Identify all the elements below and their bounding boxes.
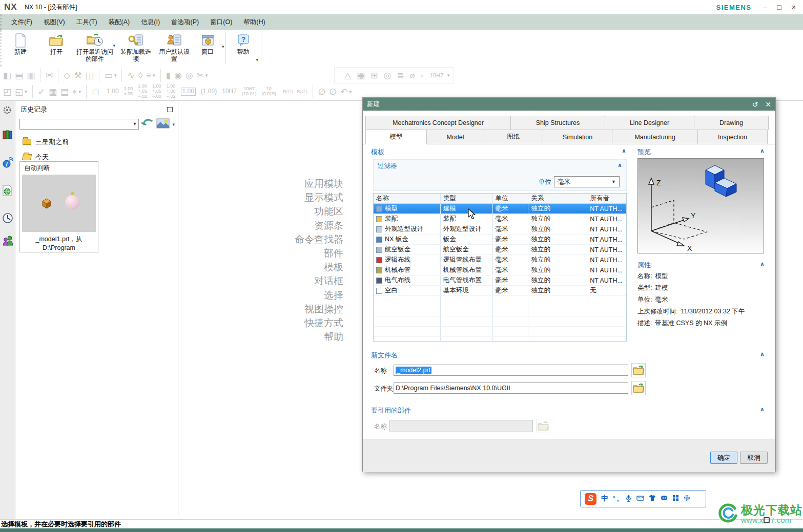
menu-item[interactable]: 帮助(H) <box>239 16 270 28</box>
toolbar-icon[interactable]: ◊ <box>138 71 142 80</box>
menu-item[interactable]: 窗口(O) <box>205 16 237 28</box>
tolerance-option[interactable]: 1.00 ±.05 <box>124 87 133 97</box>
keyboard-icon[interactable] <box>636 495 644 503</box>
grid-toolbox-icon[interactable] <box>672 495 679 503</box>
menu-item[interactable]: 文件(F) <box>7 16 37 28</box>
menu-item[interactable]: 视图(V) <box>39 16 70 28</box>
collapse-caret-icon[interactable]: ∧ <box>622 147 626 154</box>
toolbar-icon[interactable]: ▾ <box>114 73 117 78</box>
tolerance-option[interactable]: 1.00 +.05 −.02 <box>138 84 147 99</box>
toolbar-icon[interactable]: ◫ <box>86 71 94 80</box>
toolbar-icon[interactable] <box>32 85 33 98</box>
template-row[interactable]: 空白 基本环境 毫米 独立的 无 <box>374 286 626 296</box>
ime-mode-toggle[interactable]: 中 <box>601 494 608 503</box>
dialog-titlebar[interactable]: 新建 ↺ ✕ <box>363 98 775 111</box>
dialog-tab[interactable]: Manufacturing <box>612 130 698 144</box>
toolbar-icon[interactable]: ▾ <box>79 90 81 94</box>
toolbar-icon[interactable]: ✉ <box>46 71 53 80</box>
toolbar-icon[interactable]: ◎ <box>186 71 193 80</box>
window-dropdown-icon[interactable]: ▾ <box>222 44 224 49</box>
menu-item[interactable]: 信息(I) <box>136 16 164 28</box>
tolerance-option[interactable]: 10 (0.015) <box>261 87 276 97</box>
toolbar-icon[interactable] <box>160 69 161 82</box>
tab-ship-structures[interactable]: Ship Structures <box>510 116 605 130</box>
chevron-down-icon[interactable]: ▼ <box>611 179 616 184</box>
user-defaults-button[interactable]: 用户默认设 置 <box>155 30 193 66</box>
cancel-button[interactable]: 取消 <box>740 452 768 464</box>
dialog-tab[interactable]: Inspection <box>697 130 768 144</box>
toolbar-icon[interactable]: ◱ <box>15 88 23 96</box>
image-preview-icon[interactable] <box>156 118 170 130</box>
tolerance-option[interactable]: 1.00 <box>181 88 196 95</box>
toolbar-icon[interactable]: ◻ <box>92 88 99 96</box>
finder-binoculars-icon[interactable]: ⌕ <box>421 72 424 79</box>
dropdown-icon[interactable]: ▾ <box>113 43 115 48</box>
toolbar-icon[interactable] <box>40 69 40 82</box>
tolerance-option[interactable]: 1.00 +.00 −.02 <box>167 84 176 99</box>
tolerance-option[interactable]: 10H7 <box>222 88 237 95</box>
chevron-down-icon[interactable]: ▼ <box>133 121 137 126</box>
toolbar-icon[interactable] <box>121 69 122 82</box>
ok-button[interactable]: 确定 <box>710 452 737 464</box>
toolbar-icon[interactable]: △ <box>344 71 351 80</box>
collapse-caret-icon[interactable]: ∧ <box>760 406 765 413</box>
close-icon[interactable]: × <box>792 3 796 11</box>
template-row[interactable]: NX 钣金 钣金 毫米 独立的 NT AUTH... <box>374 235 626 245</box>
dialog-tab[interactable]: 模型 <box>365 130 427 144</box>
toolbar-icon[interactable]: ▾ <box>205 73 208 78</box>
template-row[interactable]: 机械布管 机械管线布置 毫米 独立的 NT AUTH... <box>374 265 626 275</box>
toolbar-icon[interactable]: ▭ <box>105 71 113 80</box>
toolbar-icon[interactable]: ≣ <box>397 71 404 80</box>
browse-folder-button[interactable] <box>631 381 646 395</box>
template-row[interactable]: 模型 建模 毫米 独立的 NT AUTH... <box>374 204 626 214</box>
emoji-robot-icon[interactable] <box>661 495 668 503</box>
history-group-row[interactable]: 三星期之前 <box>15 134 178 150</box>
toolbar-icon[interactable]: ◇ <box>64 71 70 80</box>
toolbar-icon[interactable]: R(∅) <box>297 90 307 94</box>
assembly-load-button[interactable]: 装配加载选 项 <box>116 30 155 66</box>
toolbar-icon[interactable]: ↶ <box>340 88 347 96</box>
toolbar-icon[interactable]: ∿ <box>127 71 134 80</box>
info-icon[interactable]: i <box>2 157 13 168</box>
template-row[interactable]: 装配 装配 毫米 独立的 NT AUTH... <box>374 214 626 224</box>
skin-shirt-icon[interactable] <box>649 495 656 503</box>
tab-drawing[interactable]: Drawing <box>694 116 769 130</box>
toolbar-icon[interactable] <box>99 69 99 82</box>
column-header[interactable]: 名称 <box>374 194 441 203</box>
toolbar-icon[interactable]: ≡ <box>146 71 151 80</box>
collapse-caret-icon[interactable]: ∧ <box>760 261 765 267</box>
filename-input[interactable]: _model2.prt <box>394 365 628 376</box>
column-header[interactable]: 类型 <box>441 194 493 203</box>
new-button[interactable]: 新建 <box>2 30 39 66</box>
toolbar-icon[interactable]: ▮ <box>166 71 171 80</box>
toolbar-icon[interactable]: ▾ <box>349 90 352 94</box>
menu-item[interactable]: 首选项(P) <box>167 16 203 28</box>
toolbar-icon[interactable]: ✂ <box>197 71 204 80</box>
folder-path-input[interactable]: D:\Program Files\Siemens\NX 10.0\UGII <box>394 382 628 394</box>
template-row[interactable]: 航空钣金 航空钣金 毫米 独立的 NT AUTH... <box>374 245 626 255</box>
toolbar-icon[interactable]: ⌖ <box>72 88 77 96</box>
tolerance-option[interactable]: 10H7 (10.01) <box>242 87 257 97</box>
menu-item[interactable]: 工具(T) <box>72 16 102 28</box>
history-search-combobox[interactable]: ▼ <box>19 119 139 130</box>
units-dropdown[interactable]: 毫米 ▼ <box>554 176 620 187</box>
help-button[interactable]: ? 帮助 <box>227 30 260 66</box>
toolbar-icon[interactable]: ✓ <box>38 88 45 96</box>
dialog-tab[interactable]: Simulation <box>543 130 612 144</box>
template-row[interactable]: 逻辑布线 逻辑管线布置 毫米 独立的 NT AUTH... <box>374 255 626 265</box>
back-arrow-icon[interactable] <box>141 119 154 130</box>
open-recent-button[interactable]: ▾ 打开最近访问 的部件 <box>73 30 116 66</box>
toolbar-icon[interactable] <box>86 85 87 98</box>
dropdown-icon[interactable]: ▾ <box>447 73 450 78</box>
settings-gear-icon[interactable] <box>684 495 690 503</box>
toolbar-icon[interactable]: ⚒ <box>74 71 82 80</box>
toolbar-icon[interactable]: ▥ <box>27 71 35 80</box>
toolbar-icon[interactable]: ▦ <box>49 88 57 96</box>
toolbar-icon[interactable]: ▤ <box>60 88 69 96</box>
dialog-tab[interactable]: 图纸 <box>484 130 543 144</box>
tolerance-option[interactable]: 1.00 <box>107 88 118 95</box>
column-header[interactable]: 所有者 <box>587 194 626 203</box>
tolerance-option[interactable]: 1.00 +.05 −.00 <box>152 84 161 99</box>
sogou-logo-icon[interactable]: S <box>585 493 596 505</box>
maximize-icon[interactable]: □ <box>777 3 781 11</box>
